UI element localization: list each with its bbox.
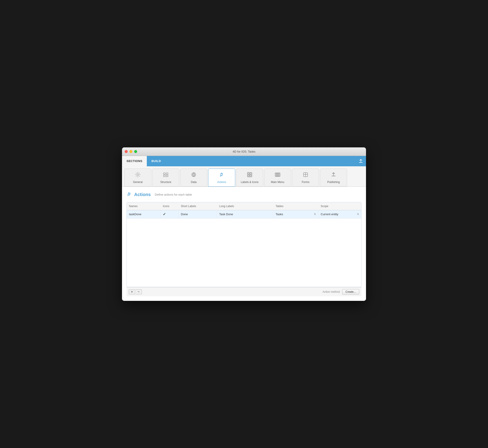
fullscreen-button[interactable] bbox=[134, 150, 137, 153]
table-body: taskDone ✓ Done Task Done Tasks ⇅ bbox=[127, 210, 361, 287]
table-dropdown[interactable]: Tasks ⇅ bbox=[276, 213, 316, 216]
section-title: Actions bbox=[134, 192, 151, 197]
tab-main-menu-label: Main Menu bbox=[271, 181, 284, 184]
add-action-button[interactable]: + bbox=[129, 289, 135, 294]
gear-icon bbox=[135, 171, 141, 179]
tab-publishing[interactable]: Publishing bbox=[320, 168, 347, 187]
table-header: Names Icons Short Labels Long Labels Tab… bbox=[127, 202, 361, 210]
svg-rect-2 bbox=[166, 173, 168, 174]
col-header-scope: Scope bbox=[318, 204, 361, 209]
checkmark-icon: ✓ bbox=[163, 212, 166, 216]
svg-rect-15 bbox=[276, 176, 280, 176]
main-content: Actions Define actions for each table Na… bbox=[122, 187, 366, 301]
publishing-icon bbox=[330, 171, 337, 179]
tab-data-label: Data bbox=[191, 181, 196, 184]
col-header-icons: Icons bbox=[161, 204, 179, 209]
svg-point-0 bbox=[137, 174, 139, 176]
tab-structure[interactable]: Structure bbox=[152, 168, 179, 187]
toolbar: General Structure bbox=[122, 166, 366, 187]
structure-icon bbox=[163, 171, 169, 179]
bottom-toolbar: + − Action method Create... bbox=[127, 287, 361, 296]
tab-general-label: General bbox=[133, 181, 143, 184]
section-header: Actions Define actions for each table bbox=[127, 191, 361, 198]
col-header-short-labels: Short Labels bbox=[179, 204, 217, 209]
svg-rect-12 bbox=[250, 175, 251, 176]
minimize-button[interactable] bbox=[130, 150, 132, 153]
titlebar: 4D for iOS: Tasks bbox=[122, 147, 366, 156]
svg-rect-9 bbox=[248, 173, 249, 174]
cell-name: taskDone bbox=[127, 210, 161, 218]
tab-forms-label: Forms bbox=[302, 181, 309, 184]
actions-table: Names Icons Short Labels Long Labels Tab… bbox=[127, 202, 361, 287]
tab-structure-label: Structure bbox=[160, 181, 171, 184]
scope-arrows: ⇅ bbox=[357, 213, 359, 216]
nav-build[interactable]: BUILD bbox=[147, 156, 165, 166]
actions-icon bbox=[219, 171, 225, 179]
svg-rect-14 bbox=[276, 174, 280, 175]
svg-rect-11 bbox=[248, 175, 249, 176]
table-value: Tasks bbox=[276, 213, 283, 216]
tab-actions-label: Actions bbox=[217, 181, 226, 184]
scope-select[interactable]: Current entity ⇅ bbox=[321, 213, 359, 216]
tab-actions[interactable]: Actions bbox=[208, 168, 235, 187]
cell-icon: ✓ bbox=[161, 210, 179, 218]
upload-icon[interactable] bbox=[356, 156, 366, 166]
forms-icon bbox=[302, 171, 309, 179]
svg-rect-13 bbox=[276, 173, 280, 174]
col-header-names: Names bbox=[127, 204, 161, 209]
cell-scope: Current entity ⇅ bbox=[318, 210, 361, 218]
tab-publishing-label: Publishing bbox=[327, 181, 340, 184]
app-window: 4D for iOS: Tasks SECTIONS BUILD General bbox=[122, 147, 366, 301]
cell-short-label: Done bbox=[179, 210, 217, 218]
navbar: SECTIONS BUILD bbox=[122, 156, 366, 166]
col-header-tables: Tables bbox=[273, 204, 318, 209]
cell-long-label: Task Done bbox=[217, 210, 273, 218]
window-title: 4D for iOS: Tasks bbox=[233, 150, 255, 153]
actions-section-icon bbox=[127, 191, 132, 198]
svg-point-7 bbox=[194, 174, 194, 175]
traffic-lights bbox=[125, 150, 137, 153]
tab-labels-icons-label: Labels & Icons bbox=[241, 181, 259, 184]
create-button[interactable]: Create... bbox=[342, 289, 359, 295]
svg-rect-3 bbox=[163, 175, 165, 177]
labels-icons-icon bbox=[246, 171, 253, 179]
svg-rect-10 bbox=[250, 173, 251, 174]
tab-data[interactable]: Data bbox=[180, 168, 207, 187]
remove-action-button[interactable]: − bbox=[136, 289, 142, 294]
tab-labels-icons[interactable]: Labels & Icons bbox=[236, 168, 263, 187]
data-icon bbox=[191, 171, 197, 179]
svg-rect-4 bbox=[166, 175, 168, 177]
section-description: Define actions for each table bbox=[155, 193, 192, 196]
nav-sections[interactable]: SECTIONS bbox=[122, 156, 147, 166]
tab-forms[interactable]: Forms bbox=[292, 168, 319, 187]
close-button[interactable] bbox=[125, 150, 128, 153]
col-header-long-labels: Long Labels bbox=[217, 204, 273, 209]
table-row[interactable]: taskDone ✓ Done Task Done Tasks ⇅ bbox=[127, 210, 361, 219]
cell-table: Tasks ⇅ bbox=[273, 210, 318, 218]
main-menu-icon bbox=[275, 171, 281, 179]
scope-value: Current entity bbox=[321, 213, 338, 216]
action-method-label: Action method bbox=[323, 290, 340, 293]
svg-rect-1 bbox=[163, 173, 165, 174]
tab-general[interactable]: General bbox=[124, 168, 151, 187]
table-dropdown-arrows: ⇅ bbox=[314, 213, 316, 216]
tab-main-menu[interactable]: Main Menu bbox=[264, 168, 291, 187]
